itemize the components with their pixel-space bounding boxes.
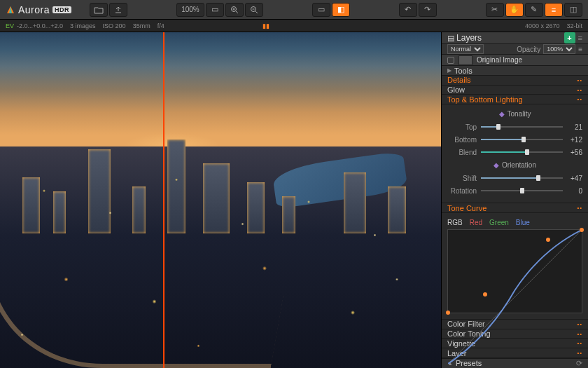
layers-title: Layers xyxy=(456,33,482,43)
compare-indicator-icon: ▮▮ xyxy=(262,22,270,29)
crop-button[interactable]: ✂ xyxy=(486,3,504,17)
layer-visibility-checkbox[interactable] xyxy=(447,57,454,64)
slider-value-top: 21 xyxy=(567,123,582,131)
curve-tab-green[interactable]: Green xyxy=(489,219,509,226)
slider-shift[interactable] xyxy=(481,177,563,179)
bit-depth: 32-bit xyxy=(566,22,582,29)
slider-value-blend: +56 xyxy=(567,149,582,156)
opacity-select[interactable]: 100% xyxy=(543,44,575,54)
tools-header[interactable]: ▶ Tools xyxy=(442,66,588,76)
slider-label-bottom: Bottom xyxy=(447,136,477,144)
brush-tool-button[interactable]: ✎ xyxy=(525,3,543,17)
section-tone-curve[interactable]: Tone Curve •• xyxy=(442,203,588,213)
ev-values: -2.0...+0.0...+2.0 xyxy=(17,22,63,29)
slider-label-blend: Blend xyxy=(447,149,477,156)
focal-length: 35mm xyxy=(133,22,150,29)
slider-top[interactable] xyxy=(481,126,563,128)
image-count: 3 images xyxy=(70,22,96,29)
top-bottom-body: ◆Tonality Top 21 Bottom +12 Blend +56 ◆O… xyxy=(442,104,588,203)
export-button[interactable] xyxy=(109,3,127,17)
collapse-icon: ▶ xyxy=(447,67,451,74)
right-panel: ▤ Layers + ≡ Normal Opacity 100% ≡ Origi… xyxy=(441,32,588,368)
image-canvas[interactable] xyxy=(0,32,441,368)
section-indicator-icon: •• xyxy=(577,205,582,211)
slider-label-top: Top xyxy=(447,123,477,131)
undo-button[interactable]: ↶ xyxy=(399,3,417,17)
tools-title: Tools xyxy=(454,67,472,75)
fit-button[interactable]: ▭ xyxy=(206,3,224,17)
curve-tab-red[interactable]: Red xyxy=(470,219,482,226)
section-indicator-icon: •• xyxy=(577,96,582,102)
aperture: f/4 xyxy=(158,22,164,29)
tone-curve-editor[interactable] xyxy=(447,229,582,313)
svg-line-9 xyxy=(448,230,582,364)
slider-blend[interactable] xyxy=(481,151,563,153)
opacity-menu-icon[interactable]: ≡ xyxy=(578,46,582,53)
ev-label: EV xyxy=(6,22,14,29)
brand: Aurora HDR xyxy=(6,4,71,15)
section-top-bottom-lighting[interactable]: Top & Bottom Lighting •• xyxy=(442,95,588,104)
diamond-icon: ◆ xyxy=(493,161,499,169)
curve-tab-rgb[interactable]: RGB xyxy=(447,219,463,226)
svg-line-7 xyxy=(255,11,258,13)
slider-value-bottom: +12 xyxy=(567,136,582,144)
section-indicator-icon: •• xyxy=(577,77,582,83)
svg-line-3 xyxy=(236,11,238,13)
slider-label-shift: Shift xyxy=(447,175,477,182)
compare-single-button[interactable]: ▭ xyxy=(312,3,330,17)
blend-mode-select[interactable]: Normal xyxy=(447,44,484,54)
zoom-in-button[interactable] xyxy=(225,3,244,17)
compare-split-button[interactable]: ◧ xyxy=(332,3,350,17)
tone-curve-body: RGB Red Green Blue xyxy=(442,213,588,320)
redo-button[interactable]: ↷ xyxy=(419,3,437,17)
app-badge: HDR xyxy=(52,6,71,13)
compare-divider[interactable] xyxy=(163,32,164,368)
slider-value-shift: +47 xyxy=(567,175,582,182)
image-dimensions: 4000 x 2670 xyxy=(525,22,560,29)
layer-row-original[interactable]: Original Image xyxy=(442,55,588,66)
orientation-title: Orientation xyxy=(502,161,536,169)
blend-row: Normal Opacity 100% ≡ xyxy=(442,44,588,55)
iso-value: ISO 200 xyxy=(103,22,126,29)
section-details[interactable]: Details •• xyxy=(442,76,588,86)
diamond-icon: ◆ xyxy=(499,110,505,118)
section-glow[interactable]: Glow •• xyxy=(442,86,588,95)
tonality-title: Tonality xyxy=(507,110,531,118)
section-indicator-icon: •• xyxy=(577,87,582,93)
curve-tab-blue[interactable]: Blue xyxy=(516,219,530,226)
zoom-out-button[interactable] xyxy=(245,3,263,17)
layers-icon: ▤ xyxy=(447,34,454,43)
add-layer-button[interactable]: + xyxy=(564,32,575,43)
open-button[interactable] xyxy=(90,3,108,17)
top-toolbar: Aurora HDR 100% ▭ ▭ ◧ ↶ ↷ ✂ ✋ ✎ xyxy=(0,0,588,20)
layers-header: ▤ Layers + ≡ xyxy=(442,32,588,44)
slider-label-rotation: Rotation xyxy=(447,187,477,195)
layer-thumbnail xyxy=(458,55,472,65)
slider-bottom[interactable] xyxy=(481,139,563,140)
layers-toggle-button[interactable]: ≡ xyxy=(545,3,563,17)
app-logo-icon xyxy=(6,5,15,15)
slider-value-rotation: 0 xyxy=(567,187,582,195)
hand-tool-button[interactable]: ✋ xyxy=(505,3,524,17)
zoom-value[interactable]: 100% xyxy=(176,3,204,17)
layers-menu-button[interactable]: ≡ xyxy=(578,34,582,42)
histogram-button[interactable]: ◫ xyxy=(564,3,582,17)
slider-rotation[interactable] xyxy=(481,190,563,191)
opacity-label: Opacity xyxy=(517,46,540,53)
info-strip: EV -2.0...+0.0...+2.0 3 images ISO 200 3… xyxy=(0,20,588,32)
layer-name: Original Image xyxy=(477,56,522,64)
app-name: Aurora xyxy=(18,4,50,15)
